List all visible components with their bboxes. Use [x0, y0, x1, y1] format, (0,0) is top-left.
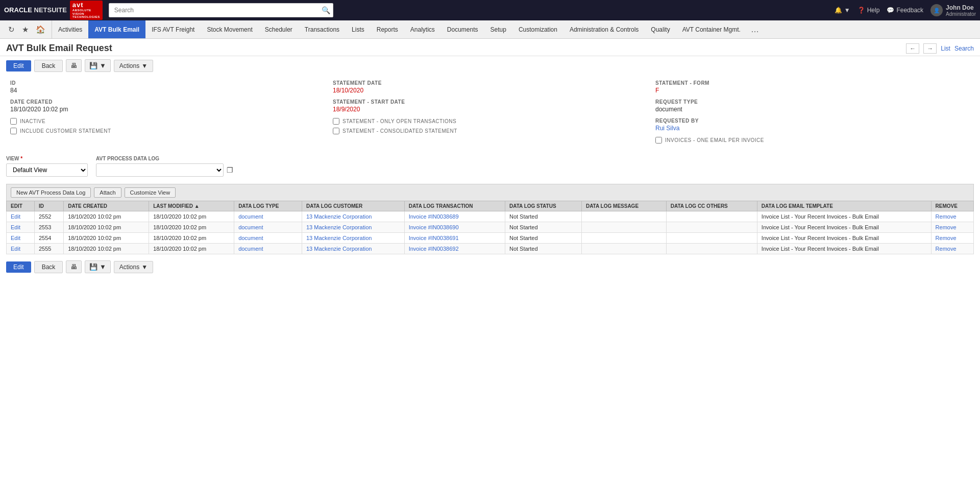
help-button[interactable]: ❓ Help — [857, 7, 880, 14]
remove-link-2[interactable]: Remove — [936, 235, 957, 241]
data-log-type-link-0[interactable]: document — [238, 213, 263, 220]
statement-start-date-label: STATEMENT - START DATE — [333, 99, 647, 105]
edit-button-bottom[interactable]: Edit — [6, 261, 31, 273]
menu-item-avt-bulk-email[interactable]: AVT Bulk Email — [88, 20, 145, 38]
inactive-checkbox[interactable] — [10, 118, 17, 125]
statement-consolidated-row: STATEMENT - CONSOLIDATED STATEMENT — [333, 128, 647, 134]
data-log-customer-link-3[interactable]: 13 Mackenzie Corporation — [306, 246, 372, 252]
data-log-transaction-link-3[interactable]: Invoice #IN0038692 — [409, 246, 459, 252]
td-data_log_email_template-0: Invoice List - Your Recent Invoices - Bu… — [757, 211, 931, 222]
data-log-type-link-1[interactable]: document — [238, 224, 263, 230]
td-remove-3: Remove — [931, 244, 973, 254]
home-icon-button[interactable]: ↻ — [6, 24, 17, 35]
page-navigation: ← → List Search — [906, 43, 974, 54]
new-avt-process-button[interactable]: New AVT Process Data Log — [11, 187, 91, 198]
menu-item-reports[interactable]: Reports — [371, 20, 404, 38]
edit-link-3[interactable]: Edit — [11, 246, 20, 252]
search-input[interactable] — [109, 3, 333, 17]
remove-link-1[interactable]: Remove — [936, 224, 957, 230]
edit-button-top[interactable]: Edit — [6, 60, 31, 71]
data-log-transaction-link-0[interactable]: Invoice #IN0038689 — [409, 213, 459, 220]
user-menu[interactable]: 👤 John Doe Administrator — [930, 4, 976, 17]
td-data_log_cc_others-3 — [666, 244, 757, 254]
statement-consolidated-checkbox[interactable] — [333, 128, 339, 134]
search-link[interactable]: Search — [954, 45, 974, 52]
view-select[interactable]: Default View — [6, 163, 88, 177]
print-button-bottom[interactable]: 🖶 — [66, 260, 82, 273]
notifications-button[interactable]: 🔔 ▼ — [835, 7, 850, 14]
data-log-transaction-link-2[interactable]: Invoice #IN0038691 — [409, 235, 459, 241]
edit-link-1[interactable]: Edit — [11, 224, 20, 230]
house-icon-button[interactable]: 🏠 — [34, 24, 47, 35]
menu-item-scheduler[interactable]: Scheduler — [259, 20, 299, 38]
toolbar-top: Edit Back 🖶 💾 ▼ Actions ▼ — [0, 56, 980, 75]
invoices-one-email-row: INVOICES - ONE EMAIL PER INVOICE — [655, 137, 970, 144]
include-customer-statement-checkbox[interactable] — [10, 128, 17, 134]
remove-link-3[interactable]: Remove — [936, 246, 957, 252]
data-log-transaction-link-1[interactable]: Invoice #IN0038690 — [409, 224, 459, 230]
menu-item-activities[interactable]: Activities — [52, 20, 88, 38]
back-button-top[interactable]: Back — [34, 60, 63, 72]
save-dropdown-button-bottom[interactable]: 💾 ▼ — [85, 260, 110, 273]
data-log-customer-link-0[interactable]: 13 Mackenzie Corporation — [306, 213, 372, 220]
statement-only-open-label: STATEMENT - ONLY OPEN TRANSACTIONS — [342, 118, 456, 124]
back-button-bottom[interactable]: Back — [34, 261, 63, 273]
menu-item-lists[interactable]: Lists — [346, 20, 371, 38]
td-data_log_transaction-3: Invoice #IN0038692 — [404, 244, 505, 254]
menu-item-transactions[interactable]: Transactions — [299, 20, 346, 38]
help-label: Help — [867, 7, 880, 14]
actions-button-bottom[interactable]: Actions ▼ — [114, 261, 153, 273]
list-link[interactable]: List — [941, 45, 950, 52]
td-data_log_status-0: Not Started — [505, 211, 581, 222]
data-log-section: New AVT Process Data Log Attach Customiz… — [0, 181, 980, 257]
td-data_log_message-3 — [581, 244, 666, 254]
table-row: Edit255218/10/2020 10:02 pm18/10/2020 10… — [7, 211, 974, 222]
menu-item-ifs-avt-freight[interactable]: IFS AVT Freight — [145, 20, 201, 38]
menu-bar: ↻ ★ 🏠 ActivitiesAVT Bulk EmailIFS AVT Fr… — [0, 20, 980, 39]
print-button-top[interactable]: 🖶 — [66, 59, 82, 72]
data-log-customer-link-1[interactable]: 13 Mackenzie Corporation — [306, 224, 372, 230]
avt-process-label: AVT PROCESS DATA LOG — [96, 156, 234, 161]
feedback-button[interactable]: 💬 Feedback — [887, 7, 923, 14]
search-submit-button[interactable]: 🔍 — [322, 6, 330, 14]
save-dropdown-button-top[interactable]: 💾 ▼ — [85, 59, 110, 72]
prev-record-button[interactable]: ← — [906, 43, 919, 54]
menu-item-avt-container[interactable]: AVT Container Mgmt. — [676, 20, 747, 38]
process-log-select[interactable] — [96, 163, 224, 177]
view-label: VIEW * — [6, 156, 88, 161]
menu-item-stock-movement[interactable]: Stock Movement — [201, 20, 258, 38]
td-last_modified-0: 18/10/2020 10:02 pm — [149, 211, 234, 222]
inactive-checkbox-row: INACTIVE — [10, 118, 325, 125]
th-last_modified[interactable]: LAST MODIFIED ▲ — [149, 201, 234, 211]
id-field-group: ID 84 — [10, 80, 325, 94]
actions-label: Actions — [119, 62, 139, 69]
menu-item-admin-controls[interactable]: Administration & Controls — [564, 20, 645, 38]
menu-item-documents[interactable]: Documents — [441, 20, 484, 38]
requested-by-field-group: REQUESTED BY Rui Silva — [655, 118, 970, 132]
menu-item-customization[interactable]: Customization — [512, 20, 564, 38]
td-data_log_message-2 — [581, 233, 666, 244]
menu-item-analytics[interactable]: Analytics — [404, 20, 441, 38]
customize-view-button[interactable]: Customize View — [125, 187, 176, 198]
actions-button-top[interactable]: Actions ▼ — [114, 60, 153, 72]
data-log-type-link-2[interactable]: document — [238, 235, 263, 241]
invoices-one-email-checkbox[interactable] — [655, 137, 662, 144]
include-customer-statement-row: INCLUDE CUSTOMER STATEMENT — [10, 128, 325, 134]
edit-link-2[interactable]: Edit — [11, 235, 20, 241]
td-edit-2: Edit — [7, 233, 35, 244]
statement-only-open-checkbox[interactable] — [333, 118, 339, 125]
star-icon-button[interactable]: ★ — [20, 24, 31, 35]
data-log-type-link-3[interactable]: document — [238, 246, 263, 252]
requested-by-value[interactable]: Rui Silva — [655, 125, 970, 132]
menu-more-button[interactable]: … — [747, 25, 763, 34]
attach-button[interactable]: Attach — [94, 187, 121, 198]
next-record-button[interactable]: → — [923, 43, 937, 54]
avt-sub-text: ABSOLUTE — [72, 9, 100, 12]
id-value: 84 — [10, 87, 325, 94]
menu-item-quality[interactable]: Quality — [645, 20, 676, 38]
edit-link-0[interactable]: Edit — [11, 213, 20, 220]
remove-link-0[interactable]: Remove — [936, 213, 957, 220]
process-log-external-link-button[interactable]: ❐ — [226, 165, 234, 175]
menu-item-setup[interactable]: Setup — [484, 20, 512, 38]
data-log-customer-link-2[interactable]: 13 Mackenzie Corporation — [306, 235, 372, 241]
